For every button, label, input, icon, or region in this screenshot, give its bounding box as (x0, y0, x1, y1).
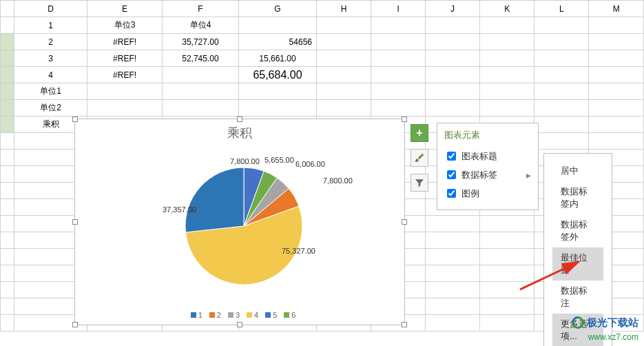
table-row[interactable]: 4 #REF! 65,684.00 (1, 67, 644, 83)
table-row[interactable]: 2 #REF! 35,727.00 54656 (1, 34, 644, 50)
col-M[interactable]: M (589, 1, 644, 17)
data-label[interactable]: 37,357.00 (163, 205, 196, 214)
checkbox[interactable] (447, 170, 456, 179)
cell-error[interactable]: #REF! (87, 34, 163, 50)
resize-handle[interactable] (402, 116, 407, 122)
chart-elements-popover: 图表元素 图表标题数据标签▸图例 (437, 123, 539, 210)
cell[interactable]: 15,661.00 (238, 50, 316, 67)
col-D[interactable]: D (14, 1, 87, 17)
cell[interactable]: 单位2 (14, 100, 87, 116)
row-header[interactable] (1, 116, 14, 133)
chart-styles-button[interactable] (411, 149, 428, 167)
option-label: 数据标签 (461, 169, 497, 181)
chart-elements-button[interactable]: + (411, 124, 428, 142)
column-header-row: D E F G H I J K L M (1, 1, 644, 17)
cell[interactable]: 单位3 (87, 17, 163, 34)
row-header[interactable] (1, 100, 14, 116)
row-header[interactable] (1, 67, 14, 83)
legend-label: 1 (198, 311, 202, 319)
chart-element-option[interactable]: 数据标签▸ (444, 165, 531, 184)
row-header[interactable] (1, 50, 14, 67)
plus-icon: + (416, 127, 422, 139)
pie-svg (182, 164, 306, 288)
watermark-logo: 极光下载站 (572, 316, 638, 329)
cell[interactable]: 35,727.00 (162, 34, 238, 50)
row-header[interactable] (1, 34, 14, 50)
col-G[interactable]: G (238, 1, 316, 17)
cell[interactable]: 52,745.00 (162, 50, 238, 67)
legend-swatch (191, 312, 196, 318)
checkbox[interactable] (447, 189, 456, 198)
submenu-item[interactable]: 数据标注 (552, 281, 603, 314)
cell[interactable]: 2 (14, 34, 87, 50)
submenu-item[interactable]: 最佳位置 (552, 247, 603, 281)
corner-cell[interactable] (1, 1, 14, 17)
cell[interactable] (238, 17, 316, 34)
resize-handle[interactable] (72, 116, 78, 122)
table-row[interactable]: 3 #REF! 52,745.00 15,661.00 (1, 50, 644, 67)
legend-label: 5 (273, 311, 277, 319)
chart-title[interactable]: 乘积 (75, 125, 404, 141)
cell[interactable]: 1 (14, 17, 87, 34)
data-label[interactable]: 75,327.00 (282, 247, 315, 255)
submenu-item[interactable]: 数据标签内 (552, 181, 603, 214)
cell-error[interactable]: #REF! (87, 67, 163, 83)
cell[interactable] (162, 67, 238, 83)
table-row[interactable]: 单位2 (1, 100, 644, 116)
resize-handle[interactable] (72, 322, 78, 327)
cell[interactable]: 单位4 (162, 17, 238, 34)
submenu-item[interactable]: 居中 (552, 161, 603, 181)
pie-plot: 7,800.005,655.006,006.007,800.0075,327.0… (182, 164, 306, 288)
resize-handle[interactable] (237, 322, 242, 327)
legend-label: 2 (217, 311, 221, 319)
legend-label: 6 (291, 311, 295, 319)
table-row[interactable]: 1 单位3 单位4 (1, 17, 644, 34)
cell-error[interactable]: #REF! (87, 50, 163, 67)
chevron-right-icon: ▸ (526, 170, 531, 181)
row-header[interactable] (1, 17, 14, 34)
legend-swatch (284, 312, 289, 318)
chart-filter-button[interactable] (411, 174, 428, 192)
option-label: 图例 (461, 187, 479, 200)
watermark-url: www.xz7.com (572, 332, 638, 342)
cell[interactable]: 3 (14, 50, 87, 67)
pie-slice[interactable] (185, 167, 244, 232)
col-F[interactable]: F (162, 1, 238, 17)
filter-icon (414, 177, 425, 188)
resize-handle[interactable] (402, 219, 407, 225)
option-label: 图表标题 (461, 150, 497, 163)
col-J[interactable]: J (426, 1, 480, 17)
legend-swatch (209, 312, 215, 318)
legend-label: 4 (254, 311, 258, 319)
chart-element-option[interactable]: 图例 (444, 184, 531, 203)
popover-title: 图表元素 (444, 129, 531, 141)
resize-handle[interactable] (402, 322, 407, 327)
submenu-item[interactable]: 数据标签外 (552, 214, 603, 247)
resize-handle[interactable] (237, 116, 242, 122)
cell[interactable]: 4 (14, 67, 87, 83)
cell[interactable]: 单位1 (14, 83, 87, 100)
col-L[interactable]: L (534, 1, 589, 17)
legend-swatch (265, 312, 271, 318)
row-header[interactable] (1, 83, 14, 100)
col-K[interactable]: K (480, 1, 534, 17)
data-label[interactable]: 5,655.00 (264, 156, 294, 164)
cell[interactable]: 54656 (238, 34, 316, 50)
col-E[interactable]: E (87, 1, 163, 17)
cell[interactable]: 65,684.00 (238, 67, 316, 83)
col-I[interactable]: I (371, 1, 426, 17)
checkbox[interactable] (447, 152, 456, 161)
data-label[interactable]: 6,006.00 (295, 160, 325, 168)
col-H[interactable]: H (316, 1, 371, 17)
table-row[interactable]: 单位1 (1, 83, 644, 100)
brush-icon (414, 152, 425, 163)
chart-legend[interactable]: 123456 (75, 311, 404, 319)
logo-icon (569, 314, 586, 331)
data-label[interactable]: 7,800.00 (323, 176, 353, 185)
chart-element-option[interactable]: 图表标题 (444, 147, 531, 165)
resize-handle[interactable] (72, 219, 78, 225)
chart-side-buttons: + (411, 124, 428, 199)
pie-chart[interactable]: 乘积 7,800.005,655.006,006.007,800.0075,32… (74, 119, 405, 325)
data-label[interactable]: 7,800.00 (230, 157, 260, 165)
legend-swatch (247, 312, 252, 318)
